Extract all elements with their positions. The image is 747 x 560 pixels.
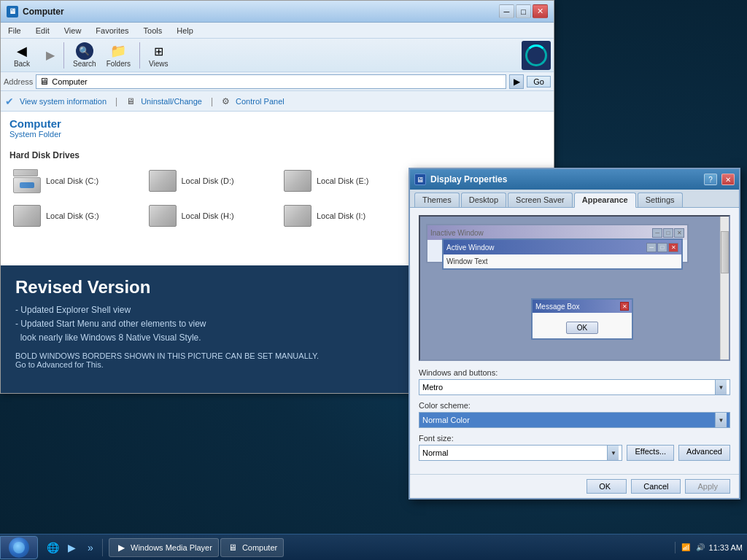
- disk-item-g[interactable]: Local Disk (G:): [9, 201, 139, 230]
- views-label: Views: [149, 60, 169, 68]
- preview-window-text: Window Text: [446, 257, 488, 265]
- color-scheme-select[interactable]: Normal Color ▼: [419, 412, 730, 428]
- tab-desktop[interactable]: Desktop: [461, 192, 506, 207]
- menu-edit[interactable]: Edit: [33, 25, 53, 36]
- views-button[interactable]: ⊞ Views: [144, 41, 173, 69]
- explorer-toolbar: ◀ Back ▶ 🔍 Search 📁 Folders ⊞ Views: [1, 39, 554, 72]
- quick-launch-wmp[interactable]: ▶: [63, 539, 80, 556]
- go-button[interactable]: Go: [527, 76, 551, 88]
- preview-scrollbar[interactable]: [720, 217, 729, 359]
- disk-label-h: Local Disk (H:): [182, 211, 234, 220]
- taskbar-item-wmp[interactable]: ▶ Windows Media Player: [109, 538, 219, 557]
- disk-icon-i: [283, 204, 312, 228]
- taskbar-item-computer-icon: 🖥: [227, 542, 239, 553]
- preview-active-close: ✕: [668, 243, 678, 252]
- explorer-title: Computer: [23, 7, 499, 17]
- menu-help[interactable]: Help: [174, 25, 196, 36]
- tab-themes[interactable]: Themes: [414, 192, 460, 207]
- disk-item-e[interactable]: Local Disk (E:): [280, 166, 410, 195]
- dialog-titlebar-icon: 🖥: [414, 174, 426, 185]
- explorer-window-controls: ─ □ ✕: [499, 4, 548, 18]
- disk-item-c[interactable]: Local Disk (C:): [9, 166, 139, 195]
- address-input[interactable]: 🖥 Computer: [36, 74, 506, 89]
- dialog-title: Display Properties: [430, 174, 700, 184]
- quick-launch-more[interactable]: »: [82, 539, 99, 556]
- preview-inactive-close: ✕: [674, 228, 684, 238]
- windows-buttons-select-row: Metro ▼: [419, 379, 730, 395]
- dialog-help-button[interactable]: ?: [704, 174, 717, 185]
- dialog-content: Inactive Window ─ □ ✕ Active Window ─ □: [410, 208, 739, 474]
- forward-button[interactable]: ▶: [42, 47, 59, 64]
- font-size-value: Normal: [422, 448, 448, 457]
- computer-header: Computer System Folder: [9, 117, 545, 139]
- views-icon: ⊞: [150, 42, 167, 60]
- menu-file[interactable]: File: [5, 25, 24, 36]
- search-button[interactable]: 🔍 Search: [69, 41, 101, 69]
- preview-ok-button[interactable]: OK: [566, 322, 598, 334]
- font-size-select[interactable]: Normal ▼: [419, 445, 622, 461]
- disk-label-e: Local Disk (E:): [317, 176, 369, 185]
- tab-screen-saver[interactable]: Screen Saver: [508, 192, 573, 207]
- disk-item-h[interactable]: Local Disk (H:): [145, 201, 275, 230]
- back-button[interactable]: ◀ Back: [4, 41, 40, 69]
- preview-msg-close: ✕: [620, 302, 629, 311]
- minimize-button[interactable]: ─: [499, 4, 514, 18]
- tab-settings[interactable]: Settings: [638, 192, 683, 207]
- address-bar: Address 🖥 Computer ▶ Go: [1, 72, 554, 91]
- disk-shape-i: [284, 205, 311, 227]
- view-info-link[interactable]: View system information: [20, 97, 107, 106]
- preview-active-title: Active Window: [446, 244, 495, 252]
- disk-icon-e: [283, 169, 312, 192]
- maximize-button[interactable]: □: [516, 4, 531, 18]
- back-icon: ◀: [13, 42, 31, 60]
- start-button[interactable]: [0, 536, 38, 559]
- disk-icon-h: [148, 204, 177, 228]
- advanced-button[interactable]: Advanced: [678, 445, 730, 461]
- tray-clock[interactable]: 11:33 AM: [709, 543, 743, 552]
- quick-launch-bar: 🌐 ▶ »: [41, 539, 103, 556]
- close-button[interactable]: ✕: [533, 4, 548, 18]
- toolbar-separator-2: [139, 42, 140, 69]
- uninstall-icon: 🖥: [126, 96, 135, 106]
- disk-shape-h: [149, 205, 177, 227]
- disk-item-i[interactable]: Local Disk (I:): [280, 201, 410, 230]
- disk-label-g: Local Disk (G:): [46, 211, 99, 220]
- windows-buttons-row: Windows and buttons: Metro ▼: [419, 368, 730, 395]
- preview-active-window: Active Window ─ □ ✕ Window Text Message …: [442, 238, 683, 270]
- preview-inactive-titlebar: Inactive Window ─ □ ✕: [427, 225, 687, 240]
- effects-button[interactable]: Effects...: [627, 445, 674, 461]
- control-panel-link[interactable]: Control Panel: [236, 97, 285, 106]
- tab-appearance[interactable]: Appearance: [574, 192, 636, 208]
- action-separator-2: |: [211, 96, 213, 106]
- preview-msg-body: OK: [533, 313, 632, 338]
- tray-network-icon[interactable]: 📶: [680, 542, 692, 553]
- dialog-close-button[interactable]: ✕: [721, 174, 735, 185]
- taskbar-item-computer[interactable]: 🖥 Computer: [220, 538, 284, 557]
- disk-item-d[interactable]: Local Disk (D:): [145, 166, 275, 195]
- menu-view[interactable]: View: [61, 25, 85, 36]
- disk-icon-d: [148, 169, 177, 192]
- uninstall-link[interactable]: Uninstall/Change: [141, 97, 202, 106]
- windows-buttons-select[interactable]: Metro ▼: [419, 379, 730, 395]
- taskbar-item-wmp-label: Windows Media Player: [131, 543, 212, 552]
- apply-button[interactable]: Apply: [685, 479, 730, 494]
- ok-button[interactable]: OK: [587, 479, 627, 494]
- tray-sound-icon[interactable]: 🔊: [694, 542, 706, 553]
- disk-icon-c: [12, 169, 42, 192]
- action-separator-1: |: [115, 96, 117, 106]
- cancel-button[interactable]: Cancel: [631, 479, 681, 494]
- quick-launch-ie[interactable]: 🌐: [44, 539, 61, 556]
- menu-favorites[interactable]: Favorites: [93, 25, 131, 36]
- display-properties-dialog: 🖥 Display Properties ? ✕ Themes Desktop …: [409, 168, 740, 499]
- start-orb: [9, 537, 29, 558]
- disk-shape-top: [13, 169, 38, 176]
- menu-tools[interactable]: Tools: [141, 25, 166, 36]
- action-bar: ✔ View system information | 🖥 Uninstall/…: [1, 91, 554, 112]
- font-size-label: Font size:: [419, 434, 730, 443]
- preview-inactive-win-btns: ─ □ ✕: [652, 228, 684, 238]
- folders-button[interactable]: 📁 Folders: [102, 41, 135, 69]
- windows-buttons-value: Metro: [422, 383, 443, 392]
- preview-active-max: □: [657, 243, 667, 252]
- address-go-arrow[interactable]: ▶: [509, 74, 524, 89]
- disk-shape-e: [284, 170, 311, 192]
